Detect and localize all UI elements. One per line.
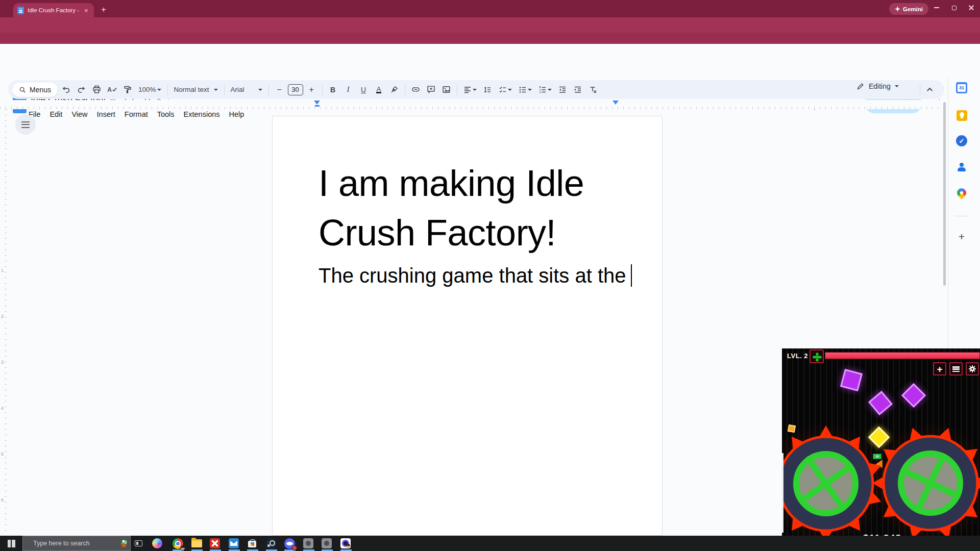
search-icon — [19, 86, 26, 93]
taskbar-steam-icon[interactable] — [265, 537, 277, 549]
show-outline-button[interactable] — [15, 114, 36, 135]
heading-line-2: Crush Factory! — [318, 208, 584, 258]
browser-tab[interactable]: Idle Crush Factory - Google Docs × — [13, 3, 94, 17]
insert-image-button[interactable] — [439, 83, 453, 96]
active-indicator — [340, 549, 352, 551]
menu-edit[interactable]: Edit — [45, 109, 66, 120]
notification-badge — [292, 545, 297, 550]
checklist-button[interactable] — [496, 83, 514, 96]
hanging-indent-marker[interactable] — [315, 105, 320, 107]
copilot-button[interactable] — [151, 537, 163, 549]
menu-format[interactable]: Format — [120, 109, 152, 120]
active-indicator — [229, 549, 240, 551]
get-addons-button[interactable]: + — [955, 231, 968, 243]
heading-line-1: I am making Idle — [318, 159, 584, 208]
undo-button[interactable] — [59, 83, 73, 96]
window-minimize-button[interactable] — [928, 0, 945, 15]
game-level-add-button[interactable] — [810, 349, 824, 363]
menu-insert[interactable]: Insert — [93, 109, 119, 120]
decrease-font-size-button[interactable]: − — [273, 83, 286, 96]
underline-button[interactable]: U — [357, 83, 371, 96]
insert-link-button[interactable] — [409, 83, 423, 96]
window-restore-button[interactable] — [945, 0, 963, 15]
keep-icon[interactable] — [955, 109, 968, 121]
contacts-icon[interactable] — [955, 161, 968, 173]
styles-select[interactable]: Normal text — [172, 83, 220, 96]
window-close-button[interactable] — [963, 0, 980, 15]
tab-close-icon[interactable]: × — [84, 7, 88, 14]
taskbar-explorer-icon[interactable] — [190, 537, 203, 549]
windows-logo-icon — [8, 540, 15, 547]
document-scrollbar[interactable] — [943, 102, 946, 286]
highlight-color-button[interactable] — [387, 83, 401, 96]
menu-view[interactable]: View — [67, 109, 91, 120]
taskbar-discord-icon[interactable] — [283, 537, 296, 549]
print-button[interactable] — [90, 83, 104, 96]
taskbar-chrome-icon[interactable] — [172, 537, 184, 549]
crusher-wheel-right[interactable] — [872, 424, 980, 542]
font-size-input[interactable]: 30 — [288, 84, 303, 95]
game-settings-button[interactable] — [966, 362, 979, 375]
toolbar-separator — [268, 85, 269, 95]
increase-font-size-button[interactable]: + — [305, 83, 318, 96]
vruler-number: 3 — [1, 360, 4, 365]
editing-mode-select[interactable]: Editing — [856, 82, 899, 90]
bookmarks-bar: All Bookmarks — [0, 33, 980, 44]
spellcheck-button[interactable]: A — [105, 83, 119, 96]
tasks-icon[interactable]: ✓ — [955, 135, 968, 147]
redo-button[interactable] — [75, 83, 88, 96]
document-body-line: The crushing game that sits at the — [318, 262, 632, 289]
menu-tools[interactable]: Tools — [153, 109, 179, 120]
task-view-button[interactable] — [132, 537, 144, 549]
italic-button[interactable]: I — [341, 83, 355, 96]
menu-help[interactable]: Help — [225, 109, 249, 120]
left-indent-marker[interactable] — [314, 101, 320, 105]
new-tab-button[interactable]: + — [101, 5, 106, 15]
taskbar-mail-icon[interactable] — [228, 537, 240, 549]
crusher-wheel-left[interactable] — [782, 425, 885, 542]
align-caret-icon — [473, 89, 477, 91]
active-indicator — [191, 549, 203, 551]
start-button[interactable] — [0, 536, 22, 551]
taskbar-search[interactable] — [22, 536, 131, 551]
game-add-button[interactable]: + — [933, 362, 946, 375]
taskbar-search-input[interactable] — [32, 539, 116, 547]
menu-extensions[interactable]: Extensions — [180, 109, 224, 120]
taskbar-store-icon[interactable] — [246, 537, 258, 549]
right-indent-marker[interactable] — [612, 101, 619, 105]
game-menu-button[interactable] — [949, 362, 963, 375]
calendar-icon[interactable]: 31 — [955, 82, 968, 94]
decrease-indent-button[interactable] — [556, 83, 570, 96]
docs-favicon — [17, 7, 24, 14]
taskbar-game-app-icon-2[interactable] — [321, 537, 333, 549]
clear-formatting-button[interactable] — [586, 83, 600, 96]
bulleted-list-caret-icon — [528, 89, 532, 91]
maps-icon[interactable] — [955, 187, 968, 199]
text-color-button[interactable]: A — [372, 83, 386, 96]
taskbar-game-app-icon[interactable] — [302, 537, 314, 549]
taskbar-app-red-icon[interactable] — [209, 537, 221, 549]
active-indicator — [322, 549, 333, 551]
gemini-button[interactable]: Gemini — [889, 3, 928, 15]
font-select[interactable]: Arial — [228, 83, 265, 96]
hide-menus-button[interactable] — [925, 84, 936, 95]
idle-crush-factory-game[interactable]: LVL. 2 + — [782, 348, 980, 551]
bulleted-list-button[interactable] — [516, 83, 534, 96]
increase-indent-button[interactable] — [571, 83, 585, 96]
paint-format-button[interactable] — [120, 83, 134, 96]
line-spacing-button[interactable] — [481, 83, 495, 96]
align-button[interactable] — [461, 83, 479, 96]
zoom-select[interactable]: 100% — [136, 83, 164, 96]
hamburger-icon — [952, 366, 960, 372]
cupcake-icon — [120, 540, 127, 547]
document-page[interactable]: I am making Idle Crush Factory! The crus… — [272, 116, 663, 536]
green-plus-icon — [813, 353, 821, 361]
numbered-list-button[interactable] — [536, 83, 554, 96]
add-comment-button[interactable] — [424, 83, 438, 96]
toolbar-separator — [457, 85, 457, 95]
taskbar-purple-app-icon[interactable] — [339, 537, 352, 549]
bold-button[interactable]: B — [326, 83, 340, 96]
menus-search-button[interactable]: Menus — [12, 83, 58, 97]
font-caret-icon — [258, 89, 262, 91]
active-indicator — [303, 549, 314, 551]
